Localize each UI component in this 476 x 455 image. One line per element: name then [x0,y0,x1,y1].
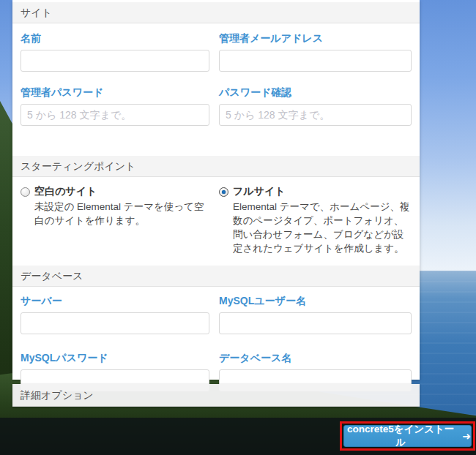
option-blank-site: 空白のサイト 未設定の Elemental テーマを使って空白のサイトを作ります… [21,185,209,255]
password-confirm-input[interactable] [219,104,412,126]
section-header-site: サイト [12,2,420,23]
admin-email-input[interactable] [219,50,412,72]
red-highlight-box: concrete5をインストール ➜ [340,421,475,451]
install-button[interactable]: concrete5をインストール ➜ [343,425,472,447]
section-title-site: サイト [21,7,52,18]
site-name-input[interactable] [21,50,209,72]
full-site-label[interactable]: フルサイト [233,185,286,198]
site-row-2: 管理者パスワード パスワード確認 [12,72,420,126]
db-username-input[interactable] [219,312,412,334]
install-form-panel: サイト 名前 管理者メールアドレス 管理者パスワード パスワード確認 スタ [12,0,420,380]
section-header-starting-point: スターティングポイント [12,156,420,177]
section-title-database: データベース [21,270,83,282]
password-confirm-label: パスワード確認 [219,86,412,99]
db-server-label: サーバー [21,295,209,308]
database-row-2: MySQLパスワード データベース名 [12,334,420,391]
starting-point-options: 空白のサイト 未設定の Elemental テーマを使って空白のサイトを作ります… [12,185,420,255]
db-username-label: MySQLユーザー名 [219,295,412,308]
admin-password-label: 管理者パスワード [21,86,209,99]
advanced-options-bar[interactable]: 詳細オプション [12,384,420,407]
option-full-site: フルサイト Elemental テーマで、ホームページ、複数のページタイプ、ポー… [219,185,412,255]
admin-email-label: 管理者メールアドレス [219,32,412,45]
db-server-input[interactable] [21,312,209,334]
section-header-database: データベース [12,266,420,287]
full-site-radio[interactable] [219,187,228,197]
blank-site-description: 未設定の Elemental テーマを使って空白のサイトを作ります。 [21,200,209,228]
arrow-right-icon: ➜ [462,430,471,442]
blank-site-label[interactable]: 空白のサイト [34,185,97,198]
database-row-1: サーバー MySQLユーザー名 [12,287,420,334]
install-button-label: concrete5をインストール [344,423,457,449]
site-name-label: 名前 [21,32,209,45]
blank-site-radio[interactable] [21,187,30,197]
section-title-starting-point: スターティングポイント [21,160,135,172]
admin-password-input[interactable] [21,104,209,126]
site-row-1: 名前 管理者メールアドレス [12,23,420,72]
db-password-label: MySQLパスワード [21,352,209,365]
advanced-options-label: 詳細オプション [21,389,94,401]
full-site-description: Elemental テーマで、ホームページ、複数のページタイプ、ポートフォリオ、… [219,200,412,255]
install-page: サイト 名前 管理者メールアドレス 管理者パスワード パスワード確認 スタ [0,0,476,455]
db-name-label: データベース名 [219,352,412,365]
